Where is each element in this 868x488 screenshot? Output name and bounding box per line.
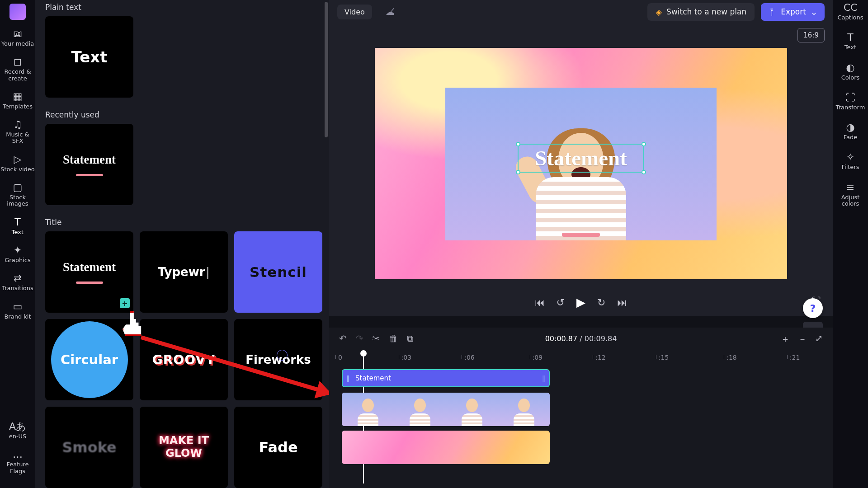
preset-circular[interactable]: Circular xyxy=(45,319,133,400)
rail-label: en-US xyxy=(9,433,27,440)
rail-label: Text xyxy=(844,44,856,51)
resize-handle-tl[interactable] xyxy=(516,142,520,146)
rail-colors[interactable]: ◐ Colors xyxy=(833,63,868,81)
rail-captions[interactable]: CC Captions xyxy=(833,3,868,21)
preset-label: Text xyxy=(71,48,108,66)
rail-locale[interactable]: Aあ en-US xyxy=(0,422,35,440)
preset-plain-text[interactable]: Text xyxy=(45,16,133,98)
skip-start-button[interactable]: ⏮ xyxy=(535,297,545,308)
preset-smoke[interactable]: Smoke xyxy=(45,407,133,488)
add-preset-button[interactable]: + xyxy=(120,298,130,308)
rail-feature-flags[interactable]: … Feature Flags xyxy=(0,450,35,474)
forward-button[interactable]: ↻ xyxy=(597,297,605,308)
rail-graphics[interactable]: ✦ Graphics xyxy=(0,245,35,263)
video-clip[interactable] xyxy=(342,393,550,426)
preset-fade[interactable]: Fade xyxy=(234,407,322,488)
background-clip[interactable] xyxy=(342,431,550,464)
timecode-total: 00:09.84 xyxy=(585,334,617,343)
zoom-fit-button[interactable]: ⤢ xyxy=(815,333,823,345)
duplicate-button[interactable]: ⧉ xyxy=(407,333,413,344)
rail-templates[interactable]: ▦ Templates xyxy=(0,92,35,110)
text-clip[interactable]: Statement xyxy=(342,369,550,387)
transform-icon: ⛶ xyxy=(845,93,855,103)
premium-icon: ◈ xyxy=(656,7,662,17)
rail-record-create[interactable]: ◻︎ Record & create xyxy=(0,57,35,82)
rail-label: Stock video xyxy=(0,166,35,173)
rail-stock-video[interactable]: ▷ Stock video xyxy=(0,155,35,173)
preset-make-it-glow[interactable]: MAKE IT GLOW xyxy=(140,407,228,488)
folder-icon: 🖭 xyxy=(13,29,23,39)
button-label: Switch to a new plan xyxy=(666,7,746,16)
rail-stock-images[interactable]: ▢ Stock images xyxy=(0,183,35,207)
rail-label: Graphics xyxy=(5,257,30,263)
preset-label: Circular xyxy=(61,352,118,367)
preset-label: Fade xyxy=(259,439,297,456)
split-button[interactable]: ✂ xyxy=(373,333,380,344)
rail-label: Your media xyxy=(1,41,34,47)
right-inspector-rail: CC Captions T Text ◐ Colors ⛶ Transform … xyxy=(833,0,868,488)
preview-stage: Video ☁̸ ◈ Switch to a new plan ⭱ Export… xyxy=(329,0,833,316)
rail-text[interactable]: T Text xyxy=(0,217,35,235)
timeline-ruler[interactable]: 0:03:06:09:12:15:18:21 xyxy=(338,354,824,370)
rail-brand-kit[interactable]: ▭ Brand kit xyxy=(0,302,35,320)
ruler-tick: :15 xyxy=(659,354,669,361)
rail-your-media[interactable]: 🖭 Your media xyxy=(0,29,35,47)
resize-handle-tr[interactable] xyxy=(642,142,646,146)
preview-text-underline xyxy=(562,233,600,237)
delete-button[interactable]: 🗑 xyxy=(389,333,398,344)
aspect-ratio-badge[interactable]: 16:9 xyxy=(797,28,825,42)
rail-label: Transitions xyxy=(2,285,33,291)
captions-icon: CC xyxy=(844,3,858,13)
rail-label: Fade xyxy=(844,134,858,141)
rail-transform[interactable]: ⛶ Transform xyxy=(833,93,868,111)
undo-button[interactable]: ↶ xyxy=(339,333,347,344)
export-button[interactable]: ⭱ Export ⌄ xyxy=(761,3,825,21)
zoom-out-button[interactable]: － xyxy=(798,333,807,345)
preset-stencil[interactable]: Stencil xyxy=(234,231,322,313)
zoom-in-button[interactable]: ＋ xyxy=(781,333,790,345)
rail-fade[interactable]: ◑ Fade xyxy=(833,122,868,141)
preset-typewriter[interactable]: Typewr xyxy=(140,231,228,313)
rail-text-inspector[interactable]: T Text xyxy=(833,33,868,51)
annotation-cursor-icon xyxy=(122,311,143,336)
timeline-toolbar: ↶ ↷ ✂ 🗑 ⧉ 00:00.87 / 00:09.84 ＋ － ⤢ xyxy=(329,328,833,349)
ruler-tick: :06 xyxy=(464,354,475,361)
resize-handle-br[interactable] xyxy=(642,170,646,174)
skip-end-button[interactable]: ⏭ xyxy=(617,297,627,308)
preset-statement[interactable]: Statement + xyxy=(45,231,133,313)
templates-icon: ▦ xyxy=(13,92,23,102)
app-logo[interactable] xyxy=(9,4,26,20)
cloud-off-icon[interactable]: ☁̸ xyxy=(378,3,402,20)
switch-plan-button[interactable]: ◈ Switch to a new plan xyxy=(647,3,755,21)
rail-label: Stock images xyxy=(7,194,28,207)
rail-label: Filters xyxy=(842,164,859,170)
play-button[interactable]: ▶ xyxy=(576,296,585,309)
video-preview[interactable]: Statement xyxy=(375,48,787,279)
resize-handle-bl[interactable] xyxy=(516,170,520,174)
rail-filters[interactable]: ✧ Filters xyxy=(833,152,868,170)
preset-recent-statement[interactable]: Statement xyxy=(45,124,133,205)
rail-transitions[interactable]: ⇄ Transitions xyxy=(0,273,35,291)
video-icon: ▷ xyxy=(14,155,22,164)
rewind-button[interactable]: ↺ xyxy=(557,297,565,308)
text-icon: T xyxy=(14,217,20,227)
rail-label: Brand kit xyxy=(4,314,31,320)
preview-topbar: Video ☁̸ ◈ Switch to a new plan ⭱ Export… xyxy=(329,0,833,23)
rail-label: Feature Flags xyxy=(6,461,28,474)
preset-label: Statement xyxy=(63,153,116,167)
panel-scrollbar[interactable] xyxy=(325,2,328,137)
video-chip[interactable]: Video xyxy=(337,5,372,19)
rail-music-sfx[interactable]: ♫ Music & SFX xyxy=(0,120,35,145)
section-recently-used: Recently used xyxy=(45,110,319,119)
brandkit-icon: ▭ xyxy=(13,302,23,312)
rail-adjust-colors[interactable]: ≡ Adjust colors xyxy=(833,183,868,207)
help-button[interactable]: ? xyxy=(803,298,823,318)
text-selection-box[interactable]: Statement xyxy=(518,144,644,173)
playback-controls: ⏮ ↺ ▶ ↻ ⏭ xyxy=(535,296,627,309)
redo-button[interactable]: ↷ xyxy=(356,333,363,344)
ruler-tick: :18 xyxy=(726,354,737,361)
timecode: 00:00.87 / 00:09.84 xyxy=(545,334,617,343)
timeline: ↶ ↷ ✂ 🗑 ⧉ 00:00.87 / 00:09.84 ＋ － ⤢ 0:03… xyxy=(329,328,833,488)
ruler-tick: :21 xyxy=(790,354,800,361)
preset-label: Fireworks xyxy=(245,353,311,366)
